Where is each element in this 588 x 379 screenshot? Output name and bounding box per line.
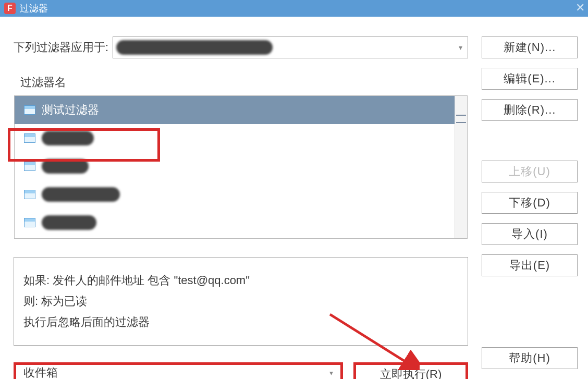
window-title: 过滤器: [20, 2, 48, 15]
rule-description-box: 如果: 发件人的邮件地址 包含 "test@qq.com" 则: 标为已读 执行…: [14, 257, 468, 346]
filter-item-icon: [24, 162, 35, 171]
scrollbar-thumb[interactable]: [456, 115, 466, 123]
execute-now-label: 立即执行(R): [380, 366, 442, 380]
filter-item-icon: [24, 133, 35, 143]
title-bar: F 过滤器 ✕: [0, 0, 588, 17]
edit-button[interactable]: 编辑(E)...: [482, 68, 578, 90]
scrollbar[interactable]: [455, 96, 467, 238]
app-icon: F: [4, 3, 16, 14]
import-button[interactable]: 导入(I): [482, 223, 578, 245]
import-label: 导入(I): [511, 226, 548, 242]
filter-item[interactable]: [15, 180, 455, 209]
rule-action: 则: 标为已读: [23, 291, 458, 312]
filter-item-icon: [24, 218, 35, 227]
move-down-label: 下移(D): [509, 195, 550, 211]
filter-list: 测试过滤器: [14, 96, 468, 239]
filter-item[interactable]: [15, 124, 455, 152]
move-down-button[interactable]: 下移(D): [482, 192, 578, 214]
bottom-action-row: 收件箱 ▾ 立即执行(R): [14, 362, 468, 379]
filter-item-icon: [24, 105, 35, 115]
apply-to-label: 下列过滤器应用于:: [14, 40, 108, 55]
help-button[interactable]: 帮助(H): [482, 347, 578, 369]
filter-item-label: 测试过滤器: [42, 102, 99, 118]
apply-to-value-redacted: [116, 40, 273, 55]
edit-button-label: 编辑(E)...: [504, 71, 556, 87]
filter-item[interactable]: [15, 152, 455, 180]
export-label: 导出(E): [509, 258, 550, 273]
chevron-down-icon: ▾: [459, 43, 462, 52]
rule-post-action: 执行后忽略后面的过滤器: [23, 312, 458, 333]
filter-item-label-redacted: [42, 187, 120, 202]
folder-dropdown-value: 收件箱: [23, 365, 58, 379]
move-up-button[interactable]: 上移(U): [482, 161, 578, 182]
new-button-label: 新建(N)...: [504, 40, 556, 55]
export-button[interactable]: 导出(E): [482, 254, 578, 276]
apply-to-row: 下列过滤器应用于: ▾: [14, 36, 468, 58]
right-button-column: 新建(N)... 编辑(E)... 删除(R)... 上移(U) 下移(D) 导…: [482, 36, 581, 379]
filter-name-group: 过滤器名 测试过滤器: [14, 72, 468, 239]
delete-button-label: 删除(R)...: [504, 102, 556, 118]
content-area: 下列过滤器应用于: ▾ 过滤器名 测试过滤器: [0, 26, 588, 379]
filter-list-inner: 测试过滤器: [15, 96, 455, 238]
folder-dropdown[interactable]: 收件箱 ▾: [14, 362, 343, 379]
filter-item[interactable]: [15, 209, 455, 237]
spacer: [482, 130, 581, 151]
new-button[interactable]: 新建(N)...: [482, 36, 578, 58]
filter-item-icon: [24, 190, 35, 199]
rule-condition: 如果: 发件人的邮件地址 包含 "test@qq.com": [23, 270, 458, 291]
help-label: 帮助(H): [509, 350, 550, 366]
filter-item-label-redacted: [42, 159, 89, 174]
delete-button[interactable]: 删除(R)...: [482, 99, 578, 121]
filter-item-label-redacted: [42, 215, 96, 230]
move-up-label: 上移(U): [509, 164, 550, 179]
apply-to-dropdown[interactable]: ▾: [113, 36, 468, 58]
filter-item-selected[interactable]: 测试过滤器: [15, 96, 455, 124]
chevron-down-icon: ▾: [329, 369, 333, 377]
filter-list-header: 过滤器名: [14, 72, 468, 96]
close-icon[interactable]: ✕: [575, 1, 585, 15]
execute-now-button[interactable]: 立即执行(R): [353, 362, 468, 379]
left-column: 下列过滤器应用于: ▾ 过滤器名 测试过滤器: [14, 36, 468, 379]
spacer: [482, 286, 581, 338]
filter-item-label-redacted: [42, 131, 94, 145]
